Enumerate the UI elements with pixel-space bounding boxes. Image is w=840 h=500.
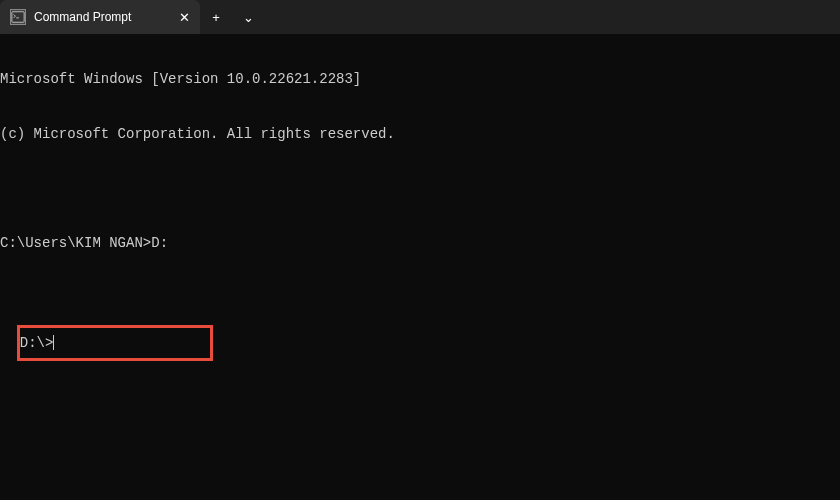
terminal-icon (10, 9, 26, 25)
tab-close-button[interactable]: ✕ (176, 9, 192, 25)
tab-actions: + ⌄ (200, 0, 264, 34)
terminal-output-line: Microsoft Windows [Version 10.0.22621.22… (0, 70, 840, 88)
terminal-output-line: (c) Microsoft Corporation. All rights re… (0, 125, 840, 143)
text-cursor (53, 335, 54, 350)
current-prompt: D:\> (20, 335, 54, 351)
terminal-prompt-line: C:\Users\KIM NGAN>D: (0, 234, 840, 252)
blank-line (0, 288, 840, 306)
active-tab[interactable]: Command Prompt ✕ (0, 0, 200, 34)
new-tab-button[interactable]: + (200, 0, 232, 34)
title-bar: Command Prompt ✕ + ⌄ (0, 0, 840, 34)
tab-dropdown-button[interactable]: ⌄ (232, 0, 264, 34)
svg-rect-0 (12, 12, 24, 23)
entered-command: D: (151, 235, 168, 251)
prompt-path: C:\Users\KIM NGAN> (0, 235, 151, 251)
highlight-box: D:\> (17, 325, 213, 361)
terminal-content[interactable]: Microsoft Windows [Version 10.0.22621.22… (0, 34, 840, 361)
blank-line (0, 180, 840, 198)
tab-title: Command Prompt (34, 10, 168, 24)
